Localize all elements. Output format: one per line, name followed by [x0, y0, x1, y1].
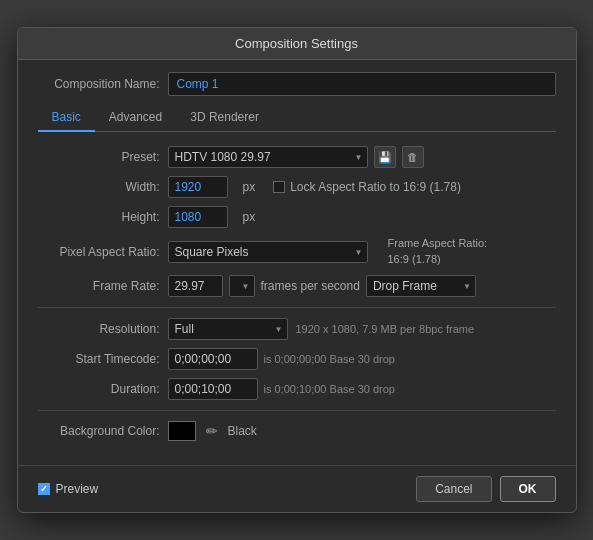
resolution-info: 1920 x 1080, 7.9 MB per 8bpc frame: [296, 323, 475, 335]
width-label: Width:: [38, 180, 168, 194]
preview-label: Preview: [56, 482, 99, 496]
drop-frame-select[interactable]: Drop Frame Non Drop Frame: [366, 275, 476, 297]
width-input[interactable]: [168, 176, 228, 198]
floppy-icon: 💾: [378, 151, 392, 164]
resolution-select[interactable]: Full Half Third Quarter Custom: [168, 318, 288, 340]
tab-basic[interactable]: Basic: [38, 104, 95, 132]
title-bar: Composition Settings: [18, 28, 576, 60]
frame-rate-controls: frames per second Drop Frame Non Drop Fr…: [168, 275, 476, 297]
bg-color-controls: ✏ Black: [168, 421, 257, 441]
eyedropper-button[interactable]: ✏: [204, 423, 220, 439]
resolution-select-wrap: Full Half Third Quarter Custom: [168, 318, 288, 340]
comp-name-input[interactable]: [168, 72, 556, 96]
height-label: Height:: [38, 210, 168, 224]
trash-icon: 🗑: [407, 151, 418, 163]
drop-frame-select-wrap: Drop Frame Non Drop Frame: [366, 275, 476, 297]
resolution-label: Resolution:: [38, 322, 168, 336]
height-unit: px: [243, 210, 256, 224]
frame-aspect-label: Frame Aspect Ratio:: [388, 236, 488, 251]
pixel-aspect-select-wrap: Square Pixels D1/DV NTSC (0.91) D1/DV PA…: [168, 241, 368, 263]
pixel-aspect-label: Pixel Aspect Ratio:: [38, 245, 168, 259]
frame-rate-select-wrap: [229, 275, 255, 297]
frame-aspect-value: 16:9 (1.78): [388, 252, 488, 267]
comp-name-label: Composition Name:: [38, 77, 168, 91]
lock-aspect-label: Lock Aspect Ratio to 16:9 (1.78): [290, 180, 461, 194]
divider-2: [38, 410, 556, 411]
duration-input[interactable]: [168, 378, 258, 400]
tab-3d-renderer[interactable]: 3D Renderer: [176, 104, 273, 132]
bg-color-swatch[interactable]: [168, 421, 196, 441]
cancel-button[interactable]: Cancel: [416, 476, 491, 502]
frame-rate-label: Frame Rate:: [38, 279, 168, 293]
preset-save-button[interactable]: 💾: [374, 146, 396, 168]
preset-delete-button[interactable]: 🗑: [402, 146, 424, 168]
bg-color-label: Background Color:: [38, 424, 168, 438]
tabs: Basic Advanced 3D Renderer: [38, 104, 556, 132]
duration-label: Duration:: [38, 382, 168, 396]
lock-aspect-row: Lock Aspect Ratio to 16:9 (1.78): [273, 180, 461, 194]
height-input[interactable]: [168, 206, 228, 228]
duration-desc: is 0;00;10;00 Base 30 drop: [264, 383, 395, 395]
preview-check-row: ✓ Preview: [38, 482, 99, 496]
resolution-controls: Full Half Third Quarter Custom 1920 x 10…: [168, 318, 475, 340]
divider-1: [38, 307, 556, 308]
frame-rate-input[interactable]: [168, 275, 223, 297]
preview-checkmark: ✓: [40, 484, 48, 494]
start-timecode-desc: is 0;00;00;00 Base 30 drop: [264, 353, 395, 365]
composition-settings-dialog: Composition Settings Composition Name: B…: [17, 27, 577, 513]
preset-row: HDTV 1080 29.97 HDTV 720 29.97 Film (2K)…: [168, 146, 424, 168]
ok-button[interactable]: OK: [500, 476, 556, 502]
bg-color-name: Black: [228, 424, 257, 438]
dialog-footer: ✓ Preview Cancel OK: [18, 465, 576, 512]
dialog-title: Composition Settings: [235, 36, 358, 51]
pixel-aspect-select[interactable]: Square Pixels D1/DV NTSC (0.91) D1/DV PA…: [168, 241, 368, 263]
lock-aspect-checkbox[interactable]: [273, 181, 285, 193]
start-timecode-input[interactable]: [168, 348, 258, 370]
preview-checkbox[interactable]: ✓: [38, 483, 50, 495]
preset-select[interactable]: HDTV 1080 29.97 HDTV 720 29.97 Film (2K)…: [168, 146, 368, 168]
tab-advanced[interactable]: Advanced: [95, 104, 176, 132]
width-unit: px: [243, 180, 256, 194]
frame-aspect-box: Frame Aspect Ratio: 16:9 (1.78): [388, 236, 488, 267]
frame-rate-arrow-select[interactable]: [229, 275, 255, 297]
start-timecode-label: Start Timecode:: [38, 352, 168, 366]
preset-label: Preset:: [38, 150, 168, 164]
fps-label: frames per second: [261, 279, 360, 293]
preset-select-wrap: HDTV 1080 29.97 HDTV 720 29.97 Film (2K)…: [168, 146, 368, 168]
